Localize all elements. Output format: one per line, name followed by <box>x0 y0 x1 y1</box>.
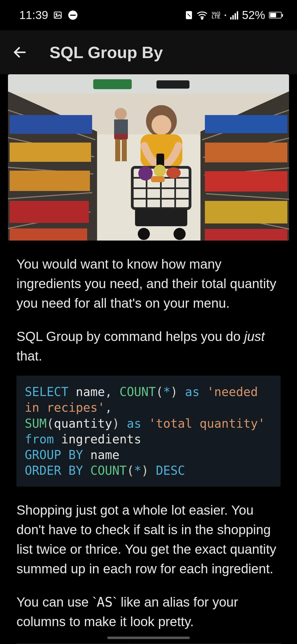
battery-icon <box>269 12 282 18</box>
status-left: 11:39 <box>19 9 78 22</box>
svg-rect-21 <box>10 228 87 241</box>
svg-point-50 <box>138 228 150 240</box>
paragraph-2: SQL Group by command helps you do just t… <box>0 313 297 366</box>
tok-orderby: ORDER BY <box>25 463 83 477</box>
tok-desc: DESC <box>156 463 185 477</box>
paragraph-2-prefix: SQL Group by command helps you do <box>16 329 244 344</box>
svg-rect-3 <box>70 15 76 16</box>
svg-rect-35 <box>114 119 128 134</box>
tok-groupby: GROUP BY <box>25 448 83 462</box>
tok-as: as <box>119 416 148 430</box>
tok-select: SELECT <box>25 385 68 399</box>
svg-point-33 <box>115 108 127 120</box>
svg-rect-41 <box>156 154 164 166</box>
paragraph-4: You can use `AS` like an alias for your … <box>0 578 297 631</box>
svg-point-5 <box>201 18 203 19</box>
tok-star: * <box>163 385 170 399</box>
svg-rect-36 <box>115 139 120 161</box>
svg-point-1 <box>56 13 57 15</box>
battery-text: 52% <box>242 9 265 22</box>
do-not-disturb-icon <box>67 10 78 21</box>
tok-sum: SUM <box>25 416 46 430</box>
tok-paren: ( <box>156 385 163 399</box>
status-bar: 11:39 Vo)) LTE • 52% <box>0 0 297 30</box>
tok-as: as <box>178 385 207 399</box>
tok-name: name <box>83 448 119 462</box>
card-icon <box>185 11 193 20</box>
paragraph-1: You would want to know how many ingredie… <box>0 241 297 313</box>
inline-code-as: AS <box>97 594 113 610</box>
image-icon <box>53 10 62 20</box>
tok-paren: ( <box>127 463 134 477</box>
tok-count: COUNT <box>119 385 156 399</box>
svg-rect-20 <box>10 201 89 223</box>
svg-rect-28 <box>205 115 287 133</box>
svg-rect-10 <box>156 80 189 89</box>
volte-indicator: Vo)) LTE <box>212 11 221 19</box>
signal-dot-icon: • <box>224 12 226 18</box>
tok-comma: , <box>105 400 112 414</box>
tok-comma: , <box>105 385 119 399</box>
tok-from: from <box>25 432 54 446</box>
clock-text: 11:39 <box>19 9 48 22</box>
svg-rect-8 <box>8 74 289 94</box>
svg-point-53 <box>154 165 166 177</box>
tok-name: name <box>68 385 105 399</box>
wifi-icon <box>196 10 208 20</box>
hero-image <box>8 74 289 241</box>
svg-rect-19 <box>10 171 90 191</box>
code-block[interactable]: SELECT name, COUNT(*) as 'needed in reci… <box>16 376 280 487</box>
svg-point-54 <box>166 167 181 178</box>
tok-ingredients: ingredients <box>54 432 141 446</box>
svg-rect-29 <box>205 143 287 162</box>
tok-paren: ) <box>170 385 178 399</box>
article-content[interactable]: You would want to know how many ingredie… <box>0 74 297 644</box>
svg-rect-37 <box>122 139 127 161</box>
tok-string: 'total quantity' <box>148 416 265 430</box>
tok-count: COUNT <box>83 463 127 477</box>
tok-star: * <box>134 463 141 477</box>
svg-rect-31 <box>205 201 287 223</box>
back-button[interactable] <box>12 45 28 60</box>
tok-paren: ) <box>141 463 156 477</box>
svg-point-52 <box>138 166 153 181</box>
paragraph-3: Shopping just got a whole lot easier. Yo… <box>0 487 297 578</box>
paragraph-4-prefix: You can use ` <box>16 595 97 609</box>
status-right: Vo)) LTE • 52% <box>185 9 282 22</box>
home-indicator[interactable] <box>107 637 190 639</box>
paragraph-2-em: just <box>244 329 265 344</box>
svg-point-51 <box>174 228 186 240</box>
tok-quantity: quantity <box>54 416 112 430</box>
svg-rect-9 <box>93 79 132 89</box>
page-title: SQL Group By <box>50 43 163 62</box>
svg-rect-49 <box>135 209 187 226</box>
svg-rect-55 <box>151 176 165 182</box>
svg-rect-32 <box>205 229 287 241</box>
paragraph-2-suffix: that. <box>16 349 42 363</box>
signal-icon <box>230 11 238 20</box>
tok-paren: ( <box>46 416 54 430</box>
svg-rect-30 <box>205 171 287 192</box>
svg-point-39 <box>152 115 171 135</box>
tok-paren: ) <box>112 416 120 430</box>
app-bar: SQL Group By <box>0 30 297 74</box>
svg-rect-18 <box>10 143 91 162</box>
svg-rect-17 <box>10 115 92 134</box>
